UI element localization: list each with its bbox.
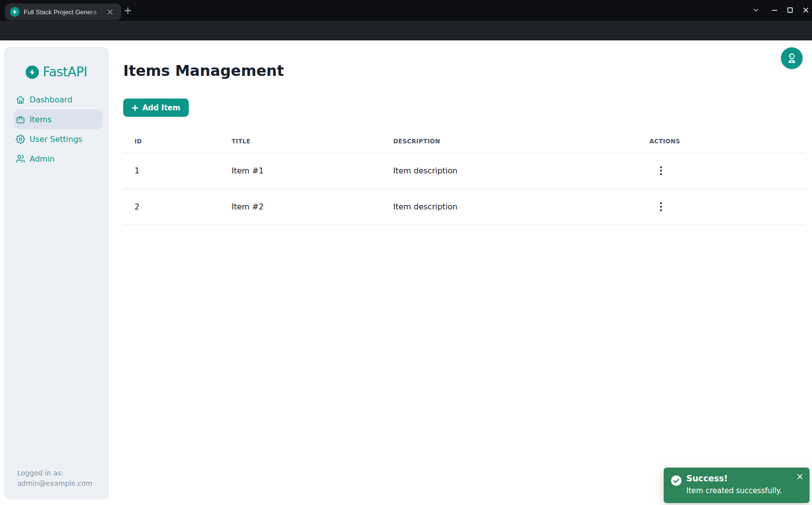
window-minimize-icon[interactable] — [768, 3, 781, 16]
sidebar-item-dashboard[interactable]: Dashboard — [14, 90, 102, 109]
sidebar-item-label: Items — [30, 115, 52, 124]
cell-title: Item #2 — [220, 189, 381, 225]
browser-toolbar: i localhost/items — [0, 21, 812, 40]
sidebar-item-label: Dashboard — [30, 95, 72, 104]
fastapi-favicon-icon — [10, 7, 20, 17]
cell-id: 1 — [123, 153, 220, 189]
table-row: 2 Item #2 Item description — [123, 189, 806, 225]
cell-description: Item description — [381, 189, 638, 225]
sidebar-item-user-settings[interactable]: User Settings — [14, 129, 102, 149]
window-maximize-icon[interactable] — [783, 3, 796, 16]
column-header-title: TITLE — [220, 131, 381, 153]
home-icon — [16, 95, 25, 104]
cell-title: Item #1 — [220, 153, 381, 189]
sidebar: FastAPI Dashboard Items User Set — [4, 47, 109, 500]
logged-in-label: Logged in as: — [17, 468, 92, 478]
toast-message: Item created successfully. — [686, 486, 782, 495]
column-header-actions: ACTIONS — [638, 131, 806, 153]
row-actions-menu-icon[interactable] — [654, 200, 668, 214]
user-astronaut-icon — [785, 52, 798, 65]
page-title: Items Management — [123, 62, 284, 79]
add-item-button[interactable]: Add Item — [123, 99, 189, 117]
browser-tab-bar: Full Stack Project Genera — [0, 0, 812, 21]
logged-in-info: Logged in as: admin@example.com — [17, 468, 92, 489]
sidebar-item-items[interactable]: Items — [14, 109, 102, 129]
add-item-label: Add Item — [142, 103, 180, 112]
page-content: FastAPI Dashboard Items User Set — [0, 40, 812, 505]
sidebar-nav: Dashboard Items User Settings — [4, 90, 109, 168]
gear-icon — [16, 135, 25, 144]
plus-icon — [132, 104, 138, 111]
window-close-icon[interactable] — [799, 3, 812, 16]
items-table: ID TITLE DESCRIPTION ACTIONS 1 Item #1 I… — [123, 131, 806, 225]
browser-chevron-down-icon[interactable] — [749, 3, 762, 16]
logo-text: FastAPI — [43, 65, 87, 79]
fastapi-logo: FastAPI — [4, 65, 109, 79]
browser-tab[interactable]: Full Stack Project Genera — [5, 3, 121, 20]
cell-id: 2 — [123, 189, 220, 225]
tab-title: Full Stack Project Genera — [24, 8, 105, 16]
fastapi-bolt-icon — [26, 66, 39, 79]
sidebar-item-admin[interactable]: Admin — [14, 149, 102, 168]
user-menu-button[interactable] — [781, 47, 803, 69]
logged-in-email: admin@example.com — [17, 478, 92, 489]
success-toast: Success! Item created successfully. — [664, 468, 810, 503]
sidebar-item-label: Admin — [30, 154, 55, 164]
table-row: 1 Item #1 Item description — [123, 153, 806, 189]
check-circle-icon — [671, 475, 682, 486]
toast-close-icon[interactable] — [795, 471, 805, 481]
table-header-row: ID TITLE DESCRIPTION ACTIONS — [123, 131, 806, 153]
cell-description: Item description — [381, 153, 638, 189]
sidebar-item-label: User Settings — [30, 135, 82, 144]
column-header-description: DESCRIPTION — [381, 131, 638, 153]
row-actions-menu-icon[interactable] — [654, 164, 668, 178]
toast-title: Success! — [686, 473, 728, 483]
tab-close-icon[interactable] — [105, 7, 114, 16]
briefcase-icon — [16, 115, 25, 124]
users-icon — [16, 154, 25, 164]
new-tab-button[interactable] — [121, 4, 134, 17]
column-header-id: ID — [123, 131, 220, 153]
